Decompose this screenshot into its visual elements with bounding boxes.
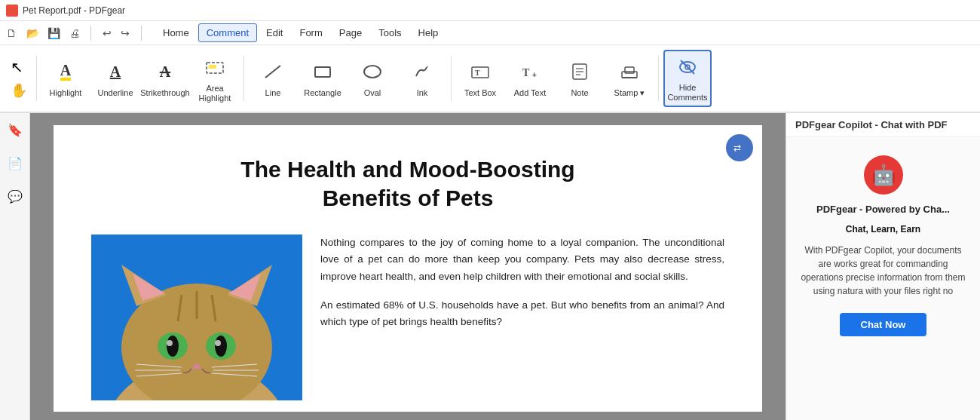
toolbar-sep-4 [658,56,659,101]
note-tool-button[interactable]: Note [556,50,604,107]
menu-home[interactable]: Home [155,24,197,41]
svg-point-34 [167,340,173,346]
stamp-tool-button[interactable]: Stamp ▾ [605,50,654,107]
save-file-button[interactable]: 💾 [45,25,62,41]
svg-point-33 [215,336,227,357]
add-text-icon: T + [519,58,541,85]
bookmark-panel-icon[interactable]: 🔖 [5,119,26,140]
add-text-label: Add Text [514,88,547,98]
menu-help[interactable]: Help [411,24,446,41]
pdf-paragraph-1: Nothing compares to the joy of coming ho… [320,235,724,285]
note-label: Note [571,88,588,98]
svg-point-4 [364,66,381,78]
line-icon [262,58,283,85]
svg-rect-3 [315,67,330,77]
copilot-description: With PDFgear Copilot, your documents are… [798,244,968,298]
svg-point-35 [215,340,221,346]
note-icon [569,58,590,85]
hide-comments-tool-button[interactable]: Hide Comments [663,50,712,107]
underline-icon: A [110,58,121,85]
menu-edit[interactable]: Edit [259,24,290,41]
svg-rect-13 [622,72,637,78]
rectangle-icon [312,58,333,85]
area-highlight-tool-button[interactable]: Area Highlight [191,50,239,107]
oval-label: Oval [364,88,381,98]
print-button[interactable]: 🖨 [66,25,83,41]
svg-text:T: T [522,67,530,78]
menu-tools[interactable]: Tools [371,24,409,41]
app-title: Pet Report.pdf - PDFgear [23,5,125,16]
ink-label: Ink [417,88,428,98]
text-box-icon: T [470,58,491,85]
line-tool-button[interactable]: Line [249,50,297,107]
text-box-tool-button[interactable]: T Text Box [456,50,504,107]
copilot-panel-title: PDFgear Copilot - Chat with PDF [795,119,948,130]
svg-rect-14 [625,67,634,73]
rectangle-label: Rectangle [304,88,341,98]
quick-tools: 🗋 📂 💾 🖨 ↩ ↪ [3,25,145,41]
svg-rect-1 [209,65,216,69]
menu-comment[interactable]: Comment [198,23,257,42]
strikethrough-tool-button[interactable]: A Strikethrough [141,50,189,107]
menubar: 🗋 📂 💾 🖨 ↩ ↪ Home Comment Edit Form Page … [0,21,980,45]
add-text-tool-button[interactable]: T + Add Text [506,50,554,107]
cat-image [91,235,302,400]
area-highlight-icon [204,54,225,81]
oval-icon [362,58,383,85]
underline-tool-button[interactable]: A Underline [91,50,139,107]
rectangle-tool-button[interactable]: Rectangle [299,50,347,107]
main-area: 🔖 📄 💬 ⇄ The Health and Mood-Boosting Ben… [0,113,980,420]
toolbar-sep-1 [36,56,37,101]
highlight-label: Highlight [50,88,82,98]
menu-form[interactable]: Form [292,24,329,41]
svg-point-32 [167,336,179,357]
strikethrough-label: Strikethrough [140,88,189,98]
highlight-tool-button[interactable]: A Highlight [41,50,90,107]
pdf-paragraph-2: An estimated 68% of U.S. households have… [320,297,724,331]
copilot-icon: 🤖 [864,155,903,195]
copilot-tagline: Chat, Learn, Earn [846,224,920,235]
pdf-title: The Health and Mood-Boosting Benefits of… [91,155,724,212]
area-highlight-label: Area Highlight [194,84,236,103]
stamp-icon [619,58,640,85]
strikethrough-icon: A [160,58,170,85]
pages-panel-icon[interactable]: 📄 [5,152,26,173]
hide-comments-label: Hide Comments [667,83,707,103]
svg-text:+: + [532,71,537,79]
svg-text:⇄: ⇄ [733,143,741,153]
pdf-viewer[interactable]: ⇄ The Health and Mood-Boosting Benefits … [30,113,786,420]
hide-comments-icon [677,54,698,80]
titlebar: Pet Report.pdf - PDFgear [0,0,980,21]
redo-button[interactable]: ↪ [117,25,133,41]
open-file-button[interactable]: 📂 [24,25,41,41]
pdf-text-content: Nothing compares to the joy of coming ho… [320,235,724,400]
undo-button[interactable]: ↩ [99,25,115,41]
menu-page[interactable]: Page [332,24,369,41]
toolbar-sep-2 [243,56,244,101]
copilot-panel: PDFgear Copilot - Chat with PDF 🤖 PDFgea… [786,113,980,420]
text-box-label: Text Box [464,88,496,98]
toolbar: ↖ ✋ A Highlight A Underline A Strikethro… [0,45,980,113]
stamp-label: Stamp ▾ [614,88,645,98]
svg-text:T: T [475,69,480,77]
new-file-button[interactable]: 🗋 [3,25,20,41]
oval-tool-button[interactable]: Oval [348,50,397,107]
select-arrow-button[interactable]: ↖ [6,57,32,78]
copilot-brand-title: PDFgear - Powered by Cha... [816,204,950,215]
separator [90,26,91,41]
left-panel: 🔖 📄 💬 [0,113,30,420]
app-icon [6,5,18,17]
select-hand-button[interactable]: ✋ [6,81,32,100]
line-label: Line [265,88,281,98]
ink-tool-button[interactable]: Ink [398,50,446,107]
chat-now-button[interactable]: Chat Now [840,313,927,336]
comments-panel-icon[interactable]: 💬 [5,185,26,207]
pdf-content: Nothing compares to the joy of coming ho… [91,235,724,400]
select-tool-group: ↖ ✋ [6,57,32,100]
undo-redo-group: ↩ ↪ [99,25,133,41]
svg-line-2 [265,66,280,78]
copilot-panel-header: PDFgear Copilot - Chat with PDF [786,113,980,137]
highlight-icon: A [60,58,71,85]
translate-button[interactable]: ⇄ [726,134,753,161]
underline-label: Underline [97,88,133,98]
